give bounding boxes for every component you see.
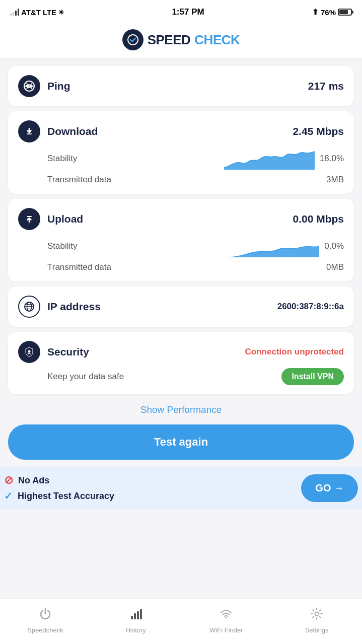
upload-value: 0.00 Mbps <box>293 213 344 225</box>
upload-icon <box>18 208 40 230</box>
svg-point-11 <box>226 617 227 618</box>
ip-icon <box>18 296 40 318</box>
nav-speedcheck-label: Speedcheck <box>27 626 63 634</box>
promo-items: ⊘ No Ads ✓ Highest Test Accuracy <box>4 474 114 502</box>
promo-accuracy: ✓ Highest Test Accuracy <box>4 490 114 502</box>
test-again-button[interactable]: Test again <box>8 424 354 460</box>
download-card: Download 2.45 Mbps Stability 18.0% Trans… <box>8 111 354 194</box>
svg-rect-8 <box>134 613 136 619</box>
logo-text-check: CHECK <box>194 32 240 48</box>
upload-card: Upload 0.00 Mbps Stability 0.0% Transmit… <box>8 199 354 281</box>
svg-point-12 <box>315 612 319 615</box>
svg-point-0 <box>128 35 138 45</box>
location-icon: ⬆ <box>312 8 319 17</box>
app-header: SPEEDCHECK <box>0 22 362 59</box>
svg-rect-9 <box>137 611 139 619</box>
ping-value: 217 ms <box>308 80 344 92</box>
nav-history-label: History <box>125 626 146 634</box>
ping-card: Ping 217 ms <box>8 66 354 106</box>
ip-label: IP address <box>47 301 101 313</box>
show-performance-section: Show Performance <box>8 399 354 417</box>
upload-stability-value: 0.0% <box>324 241 344 251</box>
download-stability-row: Stability 18.0% <box>18 148 344 170</box>
status-right: ⬆ 76% <box>312 8 352 17</box>
history-icon <box>129 607 143 624</box>
download-transmitted-label: Transmitted data <box>47 175 111 185</box>
download-transmitted-row: Transmitted data 3MB <box>18 175 344 185</box>
upload-chart: 0.0% <box>229 235 344 257</box>
no-ads-icon: ⊘ <box>4 474 13 487</box>
security-status: Connection unprotected <box>245 347 344 357</box>
upload-stability-row: Stability 0.0% <box>18 235 344 257</box>
ping-icon <box>18 75 40 97</box>
accuracy-icon: ✓ <box>4 490 13 502</box>
ping-label: Ping <box>47 80 70 92</box>
bottom-nav: Speedcheck History WiFi Finder <box>0 599 362 644</box>
promo-banner: ⊘ No Ads ✓ Highest Test Accuracy GO → <box>0 467 362 509</box>
download-stability-label: Stability <box>47 154 78 164</box>
svg-point-6 <box>28 350 31 353</box>
lte-spinner-icon: ✳ <box>58 9 64 16</box>
download-transmitted-value: 3MB <box>326 175 344 185</box>
svg-rect-7 <box>131 616 133 619</box>
upload-transmitted-value: 0MB <box>326 262 344 272</box>
logo: SPEEDCHECK <box>122 29 240 50</box>
battery-icon <box>338 9 352 16</box>
security-label: Security <box>47 346 89 358</box>
go-button[interactable]: GO → <box>301 474 358 502</box>
power-icon <box>38 607 52 624</box>
svg-rect-10 <box>140 609 142 619</box>
keep-safe-label: Keep your data safe <box>47 372 124 382</box>
upload-transmitted-row: Transmitted data 0MB <box>18 262 344 272</box>
nav-history[interactable]: History <box>91 607 181 634</box>
status-carrier: AT&T LTE ✳ <box>10 8 64 17</box>
signal-icon <box>10 9 19 16</box>
security-card: Security Connection unprotected Keep you… <box>8 332 354 394</box>
status-time: 1:57 PM <box>172 7 204 17</box>
nav-speedcheck[interactable]: Speedcheck <box>0 607 91 634</box>
show-performance-link[interactable]: Show Performance <box>140 404 222 415</box>
download-value: 2.45 Mbps <box>293 125 344 137</box>
status-bar: AT&T LTE ✳ 1:57 PM ⬆ 76% <box>0 0 362 22</box>
download-stability-value: 18.0% <box>320 154 344 164</box>
download-chart: 18.0% <box>224 148 344 170</box>
main-content: Ping 217 ms Download 2.45 Mbps Stability <box>0 59 362 467</box>
upload-stability-label: Stability <box>47 241 78 251</box>
upload-transmitted-label: Transmitted data <box>47 262 111 272</box>
wifi-icon <box>219 607 233 624</box>
nav-wifi-finder-label: WiFi Finder <box>209 626 243 634</box>
nav-settings[interactable]: Settings <box>271 607 362 634</box>
upload-label: Upload <box>47 213 83 225</box>
security-vpn-row: Keep your data safe Install VPN <box>18 368 344 385</box>
nav-settings-label: Settings <box>305 626 329 634</box>
logo-icon <box>122 29 143 50</box>
ip-value: 2600:387:8:9::6a <box>277 302 344 312</box>
download-label: Download <box>47 125 98 137</box>
promo-no-ads: ⊘ No Ads <box>4 474 114 487</box>
download-icon <box>18 120 40 142</box>
nav-wifi-finder[interactable]: WiFi Finder <box>181 607 272 634</box>
logo-text-speed: SPEED <box>148 32 191 48</box>
install-vpn-button[interactable]: Install VPN <box>281 368 344 385</box>
settings-icon <box>310 607 324 624</box>
ip-card: IP address 2600:387:8:9::6a <box>8 287 354 327</box>
security-icon <box>18 341 40 363</box>
